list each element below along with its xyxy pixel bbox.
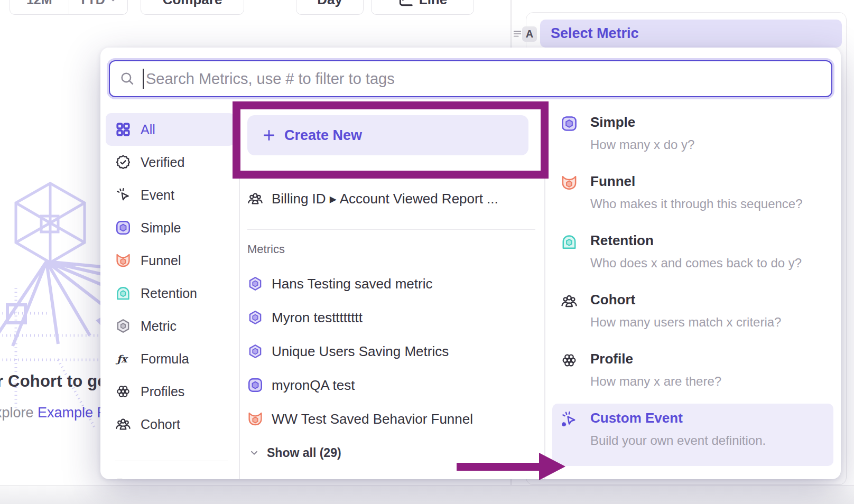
list-item[interactable]: WW Test Saved Behavior Funnel xyxy=(239,402,544,436)
metric-picker-modal: Search Metrics, use # to filter to tags … xyxy=(100,48,841,479)
modal-columns: All Verified Event Simple Funnel Retenti… xyxy=(100,107,841,479)
type-simple[interactable]: SimpleHow many x do y? xyxy=(552,108,833,167)
annotation-arrow xyxy=(457,463,540,471)
sidebar-item-event[interactable]: Event xyxy=(106,179,235,211)
tag-icon xyxy=(115,477,131,479)
explore-prefix: xplore xyxy=(0,405,34,421)
sidebar-item-retention[interactable]: Retention xyxy=(106,277,235,310)
sidebar-item-metric[interactable]: Metric xyxy=(106,310,235,342)
background-heading: r Cohort to ge xyxy=(0,372,107,391)
type-funnel[interactable]: FunnelWho makes it through this sequence… xyxy=(552,167,833,226)
sidebar-item-funnel[interactable]: Funnel xyxy=(106,244,235,277)
create-new-button[interactable]: Create New xyxy=(247,115,528,155)
list-item[interactable]: myronQA test xyxy=(239,368,544,402)
metrics-list-column: Create New Recents Billing ID ▸ Account … xyxy=(239,107,544,463)
annotation-arrowhead xyxy=(539,453,565,480)
bottom-page-band xyxy=(0,485,854,504)
drag-handle-icon[interactable] xyxy=(512,27,523,39)
range-12m-button[interactable]: 12M xyxy=(10,0,69,14)
profiles-flower-icon xyxy=(115,384,131,399)
sidebar-divider xyxy=(115,461,228,461)
show-all-button[interactable]: Show all (29) xyxy=(239,442,544,463)
metric-hexagon-icon xyxy=(247,276,263,292)
chevron-down-icon xyxy=(108,0,118,4)
type-retention[interactable]: RetentionWho does x and comes back to do… xyxy=(552,226,833,285)
simple-metric-icon xyxy=(247,377,263,393)
search-input[interactable]: Search Metrics, use # to filter to tags xyxy=(109,60,832,97)
example-link[interactable]: Example R xyxy=(38,405,107,421)
line-chart-icon xyxy=(398,0,414,7)
search-focus-ring: Search Metrics, use # to filter to tags xyxy=(107,58,834,99)
simple-metric-icon xyxy=(561,115,578,167)
granularity-day-button[interactable]: Day xyxy=(296,0,364,15)
cohort-people-icon xyxy=(247,191,263,207)
sidebar-item-tags-clipped[interactable]: Tags xyxy=(106,469,235,479)
cohort-people-icon xyxy=(115,416,131,432)
verified-badge-icon xyxy=(115,154,131,170)
recents-divider xyxy=(247,229,535,230)
chevron-down-icon xyxy=(249,447,259,458)
sidebar-item-profiles[interactable]: Profiles xyxy=(106,375,235,408)
profiles-flower-icon xyxy=(561,352,578,404)
simple-metric-icon xyxy=(115,220,131,236)
type-profile[interactable]: ProfileHow many x are there? xyxy=(552,344,833,404)
metric-hexagon-icon xyxy=(115,318,131,334)
search-placeholder: Search Metrics, use # to filter to tags xyxy=(146,70,395,88)
recents-heading: Recents xyxy=(247,168,544,182)
search-icon xyxy=(119,71,135,87)
date-range-segmented-control[interactable]: 12M YTD xyxy=(10,0,128,15)
funnel-icon xyxy=(115,253,131,268)
metrics-heading: Metrics xyxy=(247,242,544,256)
metric-hexagon-icon xyxy=(247,310,263,325)
retention-icon xyxy=(115,285,131,301)
chart-type-line-button[interactable]: Line xyxy=(371,0,474,15)
compare-button[interactable]: Compare xyxy=(141,0,244,15)
text-caret xyxy=(143,69,144,89)
list-item[interactable]: Unique Users Saving Metrics xyxy=(239,334,544,368)
formula-fx-icon xyxy=(115,351,131,367)
cohort-people-icon xyxy=(561,293,578,344)
sidebar-item-all[interactable]: All xyxy=(106,113,235,146)
type-custom-event[interactable]: Custom EventBuild your own event definit… xyxy=(552,404,833,466)
sidebar-item-formula[interactable]: Formula xyxy=(106,342,235,375)
funnel-icon xyxy=(561,174,578,226)
type-cohort[interactable]: CohortHow many users match x criteria? xyxy=(552,285,833,344)
funnel-icon xyxy=(247,411,263,427)
range-ytd-button[interactable]: YTD xyxy=(69,0,128,14)
category-sidebar: All Verified Event Simple Funnel Retenti… xyxy=(106,113,235,479)
metric-types-column: SimpleHow many x do y? FunnelWho makes i… xyxy=(545,108,841,466)
recent-item[interactable]: Billing ID ▸ Account Viewed Report ... xyxy=(239,182,544,216)
event-cursor-icon xyxy=(115,187,131,203)
select-metric-field[interactable]: Select Metric xyxy=(540,20,842,48)
series-a-badge: A xyxy=(522,26,537,42)
background-explore-line: xplore Example R xyxy=(0,405,107,421)
sidebar-item-cohort[interactable]: Cohort xyxy=(106,408,235,441)
grid-icon xyxy=(115,122,131,137)
retention-icon xyxy=(561,234,578,285)
list-item[interactable]: Myron testttttttt xyxy=(239,301,544,334)
sidebar-item-verified[interactable]: Verified xyxy=(106,146,235,179)
sidebar-item-simple[interactable]: Simple xyxy=(106,211,235,244)
metric-hexagon-icon xyxy=(247,343,263,359)
saved-metrics-list: Hans Testing saved metric Myron testtttt… xyxy=(239,267,544,436)
list-item[interactable]: Hans Testing saved metric xyxy=(239,267,544,301)
plus-icon xyxy=(262,128,276,142)
